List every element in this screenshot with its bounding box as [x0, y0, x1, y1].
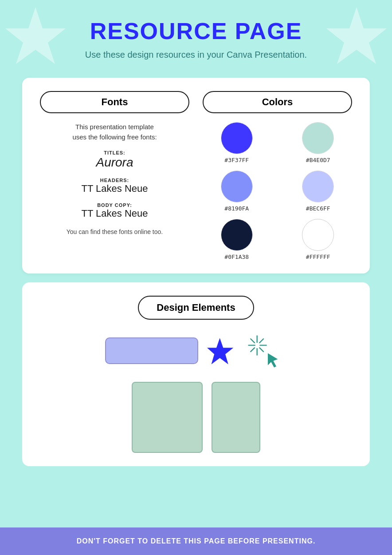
de-green-rectangle-small [212, 382, 260, 453]
color-item-0: #3F37FF [221, 122, 253, 163]
svg-line-7 [251, 339, 255, 343]
color-circle-2 [221, 170, 253, 202]
color-hex-3: #BEC6FF [306, 205, 330, 212]
body-label: BODY COPY: [40, 202, 189, 208]
color-item-5: #FFFFFF [302, 219, 334, 260]
fonts-description: This presentation template uses the foll… [40, 122, 189, 142]
de-green-rectangle-large [132, 382, 203, 453]
color-hex-5: #FFFFFF [306, 254, 330, 260]
page-subtitle: Use these design resources in your Canva… [0, 50, 392, 60]
color-circle-1 [302, 122, 334, 154]
titles-font-item: TITLES: Aurora [40, 150, 189, 170]
color-item-2: #8190FA [221, 170, 253, 212]
headers-font-item: HEADERS: TT Lakes Neue [40, 178, 189, 194]
de-sparkle-cursor [244, 333, 287, 369]
design-elements-card: Design Elements [22, 282, 370, 466]
color-hex-0: #3F37FF [224, 157, 249, 163]
de-star-cursor-group [207, 333, 287, 369]
de-star-icon [207, 335, 241, 366]
colors-header: Colors [203, 91, 352, 113]
color-item-3: #BEC6FF [302, 170, 334, 212]
de-blue-rectangle [105, 337, 198, 364]
de-row1 [105, 333, 287, 369]
colors-section: Colors #3F37FF#B4E0D7#8190FA#BEC6FF#0F1A… [203, 91, 352, 260]
color-circle-5 [302, 219, 334, 251]
footer-text: DON'T FORGET TO DELETE THIS PAGE BEFORE … [77, 537, 316, 545]
body-font-item: BODY COPY: TT Lakes Neue [40, 202, 189, 219]
fonts-note: You can find these fonts online too. [40, 228, 189, 235]
color-item-1: #B4E0D7 [302, 122, 334, 163]
page-title: RESOURCE PAGE [0, 18, 392, 44]
color-circle-0 [221, 122, 253, 154]
fonts-section: Fonts This presentation template uses th… [40, 91, 189, 260]
fonts-header: Fonts [40, 91, 189, 113]
body-font-name: TT Lakes Neue [40, 208, 189, 219]
colors-grid: #3F37FF#B4E0D7#8190FA#BEC6FF#0F1A38#FFFF… [203, 122, 352, 260]
footer: DON'T FORGET TO DELETE THIS PAGE BEFORE … [0, 527, 392, 555]
design-elements-content [40, 333, 352, 453]
color-hex-4: #0F1A38 [224, 254, 249, 260]
svg-line-9 [260, 339, 264, 343]
color-hex-1: #B4E0D7 [306, 157, 330, 163]
svg-line-10 [251, 348, 255, 352]
color-hex-2: #8190FA [224, 205, 249, 212]
de-row2 [132, 382, 260, 453]
svg-marker-11 [268, 353, 278, 368]
header-area: RESOURCE PAGE Use these design resources… [0, 0, 392, 69]
color-circle-4 [221, 219, 253, 251]
svg-marker-2 [207, 338, 233, 364]
fonts-colors-card: Fonts This presentation template uses th… [22, 78, 370, 274]
svg-line-8 [260, 348, 264, 352]
design-elements-header: Design Elements [138, 296, 254, 320]
headers-font-name: TT Lakes Neue [40, 183, 189, 194]
titles-label: TITLES: [40, 150, 189, 155]
headers-label: HEADERS: [40, 178, 189, 183]
titles-font-name: Aurora [40, 155, 189, 170]
color-circle-3 [302, 170, 334, 202]
color-item-4: #0F1A38 [221, 219, 253, 260]
